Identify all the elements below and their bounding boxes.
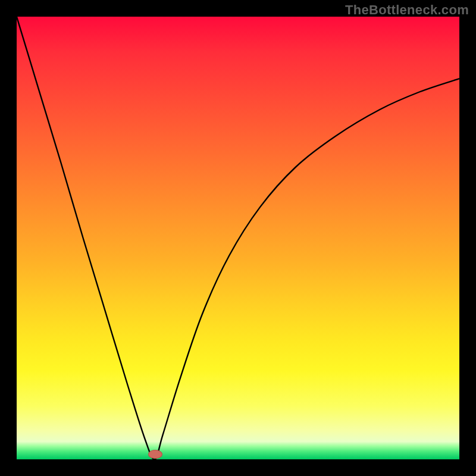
bottleneck-curve [17, 17, 459, 459]
curve-path [17, 17, 459, 459]
plot-area [17, 17, 459, 459]
optimum-marker [148, 450, 162, 459]
chart-frame: TheBottleneck.com [0, 0, 476, 476]
watermark-text: TheBottleneck.com [345, 2, 469, 18]
